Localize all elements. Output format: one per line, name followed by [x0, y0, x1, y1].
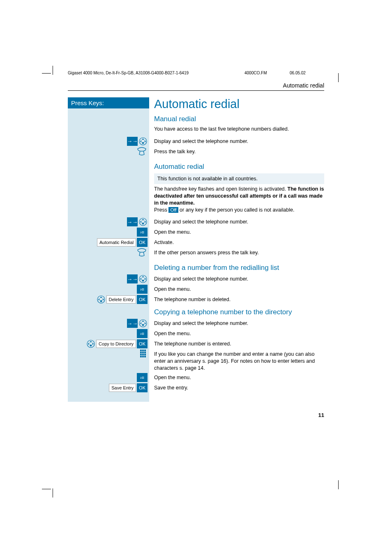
step-row: →→ Display and select the telephone numb… [68, 319, 324, 328]
redial-arrow-icon: →→ [127, 319, 138, 328]
step-text: Open the menu. [149, 329, 324, 337]
step-text: Open the menu. [149, 285, 324, 293]
svg-rect-5 [142, 280, 144, 281]
crop-mark [338, 73, 339, 82]
menu-item-delete-entry: Delete Entry [106, 295, 136, 304]
step-text: Open the menu. [149, 373, 324, 381]
section-manual-heading: Manual redial [154, 115, 324, 123]
step-text: Display and select the telephone number. [149, 319, 324, 327]
talk-key-icon [136, 147, 148, 159]
step-text: Open the menu. [149, 228, 324, 236]
header-date: 06.05.02 [290, 71, 306, 75]
step-row: ›≡ Open the menu. [68, 373, 324, 382]
svg-rect-1 [142, 142, 144, 143]
menu-icon: ›≡ [137, 329, 148, 338]
header-doc-id: Gigaset 4000 Micro, De-It-Fr-Sp-GB, A310… [68, 71, 189, 75]
page-content: Automatic redial Press Keys: Automatic r… [68, 82, 324, 402]
step-row: Automatic Redial OK Activate. [68, 238, 324, 247]
menu-icon: ›≡ [137, 228, 148, 237]
keypad-icon [140, 350, 148, 357]
step-text: Display and select the telephone number. [149, 137, 324, 145]
step-text: Save the entry. [149, 383, 324, 391]
step-text: Display and select the telephone number. [149, 217, 324, 226]
section-delete-heading: Deleting a number from the redialling li… [154, 264, 324, 272]
step-row: ›≡ Open the menu. [68, 228, 324, 237]
nav-disc-icon [86, 339, 95, 348]
step-text: If you like you can change the number an… [149, 350, 324, 372]
crop-mark [53, 488, 53, 497]
crop-mark [42, 489, 51, 489]
nav-disc-icon [138, 274, 148, 283]
off-pill: Off [168, 207, 178, 213]
redial-arrow-icon: →→ [127, 217, 138, 226]
nav-disc-icon [138, 217, 148, 226]
page-number: 11 [318, 412, 324, 418]
manual-intro: You have access to the last five telepho… [154, 126, 324, 133]
menu-item-copy-to-directory: Copy to Directory [96, 340, 136, 348]
step-row: Press the talk key. [68, 147, 324, 159]
nav-disc-icon [97, 295, 106, 304]
section-auto-heading: Automatic redial [154, 163, 324, 171]
redial-arrow-icon: →→ [127, 274, 138, 283]
step-row: Save Entry OK Save the entry. [68, 383, 324, 392]
nav-disc-icon [138, 319, 148, 328]
auto-body: The handsfree key flashes and open liste… [154, 186, 324, 214]
auto-body-post-pre: Press [154, 207, 168, 213]
svg-rect-11 [90, 345, 92, 346]
crop-mark [42, 73, 51, 74]
header-file: 4000CO.FM [244, 71, 267, 75]
step-row: →→ Display and select the telephone numb… [68, 217, 324, 226]
step-row: →→ Display and select the telephone numb… [68, 137, 324, 146]
step-text: The telephone number is deleted. [149, 295, 324, 303]
auto-note: This function is not available in all co… [154, 173, 324, 184]
ok-button: OK [137, 295, 148, 304]
step-text: If the other person answers press the ta… [149, 248, 324, 256]
crop-mark [338, 480, 339, 489]
step-text: The telephone number is entered. [149, 339, 324, 348]
ok-button: OK [137, 383, 148, 392]
step-row: →→ Display and select the telephone numb… [68, 274, 324, 283]
menu-item-save-entry: Save Entry [109, 384, 136, 392]
step-row: Delete Entry OK The telephone number is … [68, 295, 324, 304]
step-row: If you like you can change the number an… [68, 350, 324, 372]
talk-key-icon [136, 248, 148, 260]
running-head: Automatic redial [68, 82, 324, 91]
svg-rect-9 [142, 324, 144, 325]
section-copy-heading: Copying a telephone number to the direct… [154, 308, 324, 316]
page-title: Automatic redial [154, 97, 324, 111]
menu-icon: ›≡ [137, 373, 148, 382]
ok-button: OK [137, 339, 148, 348]
step-row: Copy to Directory OK The telephone numbe… [68, 339, 324, 348]
step-text: Activate. [149, 238, 324, 246]
auto-body-post: or any key if the person you called is n… [178, 207, 295, 213]
svg-rect-3 [142, 223, 144, 224]
menu-icon: ›≡ [137, 285, 148, 294]
step-text: Display and select the telephone number. [149, 274, 324, 283]
svg-rect-7 [100, 300, 102, 302]
redial-arrow-icon: →→ [127, 137, 138, 146]
step-row: ›≡ Open the menu. [68, 285, 324, 294]
auto-body-pre: The handsfree key flashes and open liste… [154, 186, 288, 192]
step-row: ›≡ Open the menu. [68, 329, 324, 338]
ok-button: OK [137, 238, 148, 247]
menu-item-automatic-redial: Automatic Redial [97, 238, 136, 246]
step-text: Press the talk key. [149, 147, 324, 155]
step-row: If the other person answers press the ta… [68, 248, 324, 260]
crop-mark [53, 66, 53, 75]
nav-disc-icon [138, 137, 148, 146]
